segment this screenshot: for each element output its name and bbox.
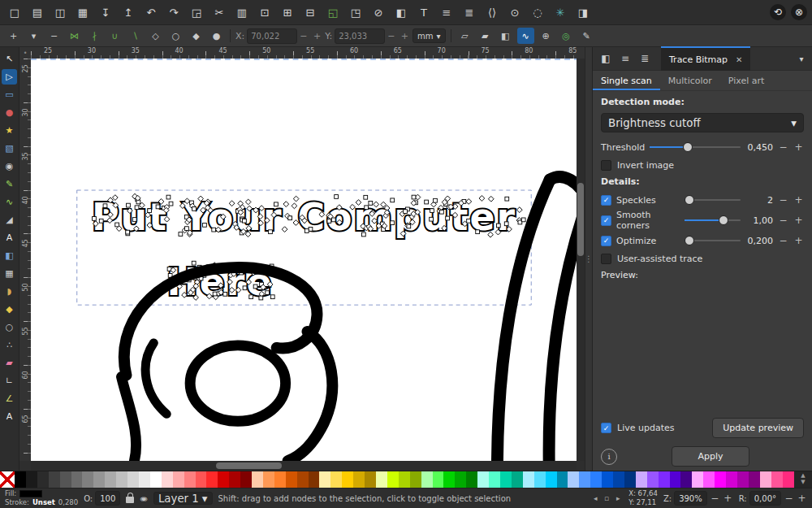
node-auto-icon[interactable]: ● [208, 28, 225, 44]
horizontal-scrollbar-thumb[interactable] [216, 462, 282, 469]
print-icon[interactable]: ▦ [73, 2, 93, 22]
close-icon[interactable]: ✕ [736, 55, 742, 64]
color-swatch[interactable] [512, 471, 523, 488]
show-clip-icon[interactable]: ◧ [497, 28, 514, 44]
color-swatch[interactable] [703, 471, 715, 488]
scroll-right-icon[interactable]: ▸ [613, 494, 623, 502]
paste-icon[interactable]: ▥ [232, 2, 252, 22]
color-swatch[interactable] [466, 471, 477, 488]
ellipse-tool[interactable]: ● [2, 105, 17, 120]
drawing-canvas[interactable]: Put Your Computer Here [31, 59, 577, 461]
vertical-scrollbar[interactable] [577, 59, 585, 461]
export-icon[interactable]: ↥ [119, 2, 138, 22]
color-swatch[interactable] [590, 471, 602, 488]
color-swatch[interactable] [60, 471, 71, 488]
color-swatch[interactable] [229, 471, 240, 488]
align-tab-icon[interactable]: ≡ [615, 50, 635, 67]
y-input[interactable] [335, 28, 385, 44]
color-swatch[interactable] [771, 471, 783, 488]
invert-image-row[interactable]: Invert image [601, 160, 804, 171]
measure-tool[interactable]: ∠ [2, 391, 17, 406]
smooth-corners-slider[interactable] [685, 215, 741, 226]
optimize-slider[interactable] [685, 235, 741, 246]
color-swatch[interactable] [93, 471, 105, 488]
color-swatch[interactable] [15, 471, 26, 488]
color-swatch[interactable] [342, 471, 353, 488]
color-swatch[interactable] [37, 471, 49, 488]
node-symmetric-icon[interactable]: ◆ [188, 28, 205, 44]
new-document-icon[interactable]: □ [5, 2, 24, 22]
color-swatch[interactable] [783, 471, 794, 488]
node-smooth-icon[interactable]: ○ [167, 28, 184, 44]
color-swatch[interactable] [726, 471, 737, 488]
invert-image-checkbox[interactable] [601, 160, 611, 171]
color-swatch[interactable] [309, 471, 320, 488]
color-swatch[interactable] [330, 471, 342, 488]
undo-history-icon[interactable]: ⟲ [770, 4, 786, 20]
pages-tool[interactable]: A [2, 409, 17, 424]
color-swatch[interactable] [184, 471, 196, 488]
color-swatch[interactable] [49, 471, 60, 488]
layer-visibility-icon[interactable]: ◉ [140, 495, 148, 501]
center-view-icon[interactable]: ▫ [602, 494, 611, 502]
optimize-increase-button[interactable]: + [793, 235, 804, 246]
show-bezier-handles-icon[interactable]: ∿ [517, 28, 534, 44]
undo-icon[interactable]: ↶ [141, 2, 161, 22]
align-distribute-dialog-icon[interactable]: ≡ [437, 2, 456, 22]
dock-menu-chevron-icon[interactable]: ▾ [794, 54, 809, 63]
smooth-corners-increase-button[interactable]: + [793, 215, 804, 226]
ruler-corner[interactable]: • [19, 47, 31, 59]
tab-trace-bitmap[interactable]: Trace Bitmap ✕ [661, 46, 750, 71]
color-swatch[interactable] [162, 471, 173, 488]
threshold-decrease-button[interactable]: − [778, 141, 788, 153]
color-swatch[interactable] [715, 471, 726, 488]
color-swatch[interactable] [613, 471, 624, 488]
connector-tool[interactable]: ∟ [2, 373, 17, 389]
color-swatch[interactable] [286, 471, 297, 488]
smooth-corners-checkbox[interactable] [601, 215, 611, 226]
color-swatch[interactable] [557, 471, 568, 488]
color-swatch[interactable] [297, 471, 309, 488]
color-swatch[interactable] [443, 471, 455, 488]
color-swatch[interactable] [455, 471, 466, 488]
mesh-tool[interactable]: ▦ [2, 266, 17, 281]
rectangle-tool[interactable]: ▭ [2, 87, 17, 102]
color-swatch[interactable] [116, 471, 127, 488]
color-swatch[interactable] [749, 471, 760, 488]
scroll-left-icon[interactable]: ◂ [590, 494, 600, 502]
object-to-path-icon[interactable]: ▱ [456, 28, 473, 44]
node-tool[interactable]: ▷ [2, 69, 17, 85]
live-updates-checkbox[interactable] [601, 423, 611, 433]
color-swatch[interactable] [624, 471, 636, 488]
break-nodes-icon[interactable]: ∤ [86, 28, 103, 44]
color-swatch[interactable] [240, 471, 252, 488]
scan-mode-tab[interactable]: Pixel art [720, 71, 773, 90]
color-swatch[interactable] [760, 471, 771, 488]
live-updates-toggle[interactable]: Live updates [601, 423, 674, 433]
box3d-tool[interactable]: ▧ [2, 141, 17, 156]
rotation-increase-button[interactable]: + [797, 493, 807, 504]
user-assisted-checkbox[interactable] [601, 254, 611, 264]
threshold-increase-button[interactable]: + [793, 141, 804, 153]
color-swatch[interactable] [737, 471, 749, 488]
update-preview-button[interactable]: Update preview [712, 418, 804, 438]
edit-mask-icon[interactable]: ✎ [578, 28, 595, 44]
color-swatch[interactable] [150, 471, 162, 488]
info-icon[interactable]: i [601, 449, 617, 465]
show-transform-handles-icon[interactable]: ⊕ [538, 28, 555, 44]
spiral-tool[interactable]: ◉ [2, 158, 17, 174]
snap-toggle-icon[interactable]: ⊗ [791, 4, 807, 20]
xml-editor-icon[interactable]: ⟨⟩ [482, 2, 502, 22]
color-swatch[interactable] [365, 471, 376, 488]
zoom-increase-button[interactable]: + [723, 493, 733, 504]
duplicate-icon[interactable]: ◱ [323, 2, 343, 22]
color-swatch[interactable] [399, 471, 410, 488]
speckles-decrease-button[interactable]: − [778, 194, 788, 206]
x-steppers[interactable]: − + [300, 31, 322, 41]
color-swatch[interactable] [173, 471, 184, 488]
objects-dialog-icon[interactable]: ⊙ [505, 2, 525, 22]
objects-tab-icon[interactable]: ≣ [635, 50, 654, 67]
color-swatch[interactable] [263, 471, 274, 488]
import-icon[interactable]: ↧ [96, 2, 115, 22]
zoom-drawing-icon[interactable]: ⊞ [278, 2, 297, 22]
